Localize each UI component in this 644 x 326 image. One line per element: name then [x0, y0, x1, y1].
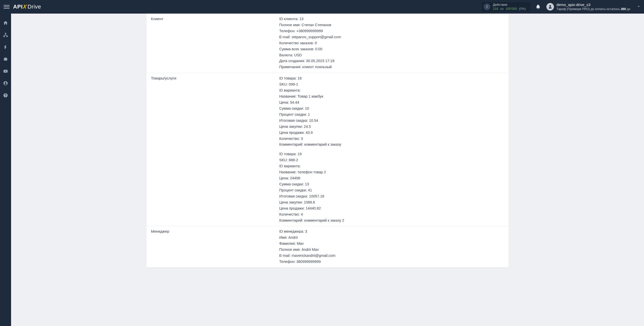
row-products: Товары/услуги ID товара: 18 SKU: 099-1 I…: [146, 73, 509, 226]
details-card: Клиент ID клиента: 13 Полное имя: Степан…: [146, 14, 509, 267]
actions-label: Действия:: [493, 3, 526, 7]
notifications-button[interactable]: [535, 4, 541, 10]
actions-counter[interactable]: i Действия: 216 из 100'000 (0%): [482, 2, 530, 12]
user-text: demo_apix-drive_s3 Тариф |Премиум PRO| д…: [556, 3, 630, 11]
row-client: Клиент ID клиента: 13 Полное имя: Степан…: [146, 14, 509, 73]
row-label: Менеджер: [151, 229, 279, 233]
row-manager: Менеджер ID менеджера: 3 Имя: Andrii Фам…: [146, 226, 509, 267]
actions-sep: из: [500, 7, 503, 11]
sidebar-item-connections[interactable]: [0, 30, 11, 40]
sidebar-item-toolbox[interactable]: [0, 54, 11, 64]
avatar: [546, 3, 554, 11]
youtube-icon: [3, 69, 8, 74]
main-content: Клиент ID клиента: 13 Полное имя: Степан…: [11, 14, 644, 326]
row-label: Товары/услуги: [151, 75, 279, 80]
sidebar-item-home[interactable]: [0, 18, 11, 28]
sidebar-item-billing[interactable]: [0, 42, 11, 52]
briefcase-icon: [3, 57, 8, 62]
user-icon: [548, 5, 552, 9]
help-icon: [3, 93, 8, 98]
bell-icon: [535, 4, 541, 10]
user-menu[interactable]: demo_apix-drive_s3 Тариф |Премиум PRO| д…: [546, 3, 640, 11]
sidebar-item-help[interactable]: [0, 91, 11, 100]
actions-max: 100'000: [505, 7, 517, 11]
user-name: demo_apix-drive_s3: [556, 3, 630, 7]
actions-pct: (0%): [519, 7, 526, 11]
home-icon: [3, 20, 8, 25]
user-plan: Тариф |Премиум PRO| до оплаты осталось 3…: [556, 7, 630, 11]
row-value: ID клиента: 13 Полное имя: Степан Степан…: [279, 16, 504, 70]
logo-text-a: API: [13, 4, 23, 10]
logo-text-b: Drive: [27, 4, 41, 10]
row-value: ID менеджера: 3 Имя: Andrii Фамилия: Mav…: [279, 229, 504, 265]
menu-toggle-button[interactable]: [4, 4, 10, 10]
app-header: API X Drive i Действия: 216 из 100'000 (…: [0, 0, 644, 14]
sidebar-item-videos[interactable]: [0, 66, 11, 76]
info-icon: i: [484, 4, 490, 10]
row-label: Клиент: [151, 16, 279, 21]
chevron-down-icon: [637, 5, 640, 9]
app-logo[interactable]: API X Drive: [13, 4, 41, 10]
sidebar-nav: [0, 14, 11, 326]
dollar-icon: [3, 45, 8, 50]
sidebar-item-account[interactable]: [0, 78, 11, 88]
logo-x: X: [22, 4, 27, 10]
actions-current: 216: [493, 7, 498, 11]
sitemap-icon: [3, 32, 8, 37]
actions-text: Действия: 216 из 100'000 (0%): [493, 3, 526, 11]
user-circle-icon: [3, 81, 8, 86]
row-value: ID товара: 18 SKU: 099-1 ID варианта: На…: [279, 75, 504, 223]
